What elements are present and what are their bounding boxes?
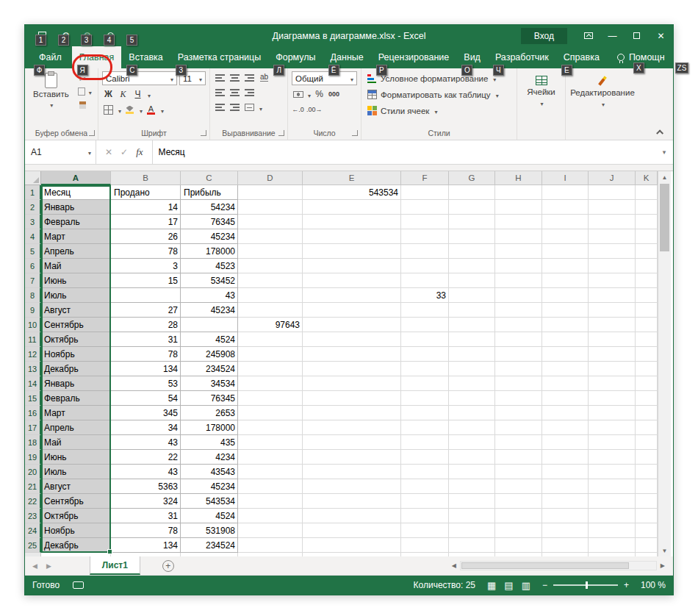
align-left-button[interactable] (214, 86, 226, 99)
cell-B17[interactable]: 34 (111, 420, 181, 435)
cell-E6[interactable] (303, 259, 401, 273)
cell-H20[interactable] (495, 465, 542, 479)
cell-D8[interactable] (238, 288, 303, 303)
tab-review[interactable]: Рецензирование P (371, 46, 457, 68)
column-header-H[interactable]: H (495, 171, 542, 185)
previous-sheet-icon[interactable]: ◀ (32, 562, 37, 570)
cell-G24[interactable] (449, 523, 495, 538)
close-button[interactable]: ✕ (649, 25, 673, 46)
decrease-decimal-button[interactable]: .00→ (306, 103, 323, 115)
cell-F20[interactable] (401, 465, 449, 479)
cell-J10[interactable] (589, 318, 636, 332)
vertical-scrollbar[interactable]: ▲ ▼ (658, 171, 671, 556)
cell-F2[interactable] (401, 200, 449, 215)
cell-G10[interactable] (449, 318, 495, 332)
cell-I15[interactable] (542, 391, 589, 406)
cell-J3[interactable] (589, 215, 636, 229)
row-header-17[interactable]: 17 (25, 420, 41, 435)
cell-A21[interactable]: Август (41, 479, 111, 494)
cell-C14[interactable]: 34534 (181, 376, 238, 391)
cell-G20[interactable] (449, 465, 495, 479)
cell-F8[interactable]: 33 (401, 288, 449, 303)
cell-E12[interactable] (303, 347, 401, 362)
column-header-B[interactable]: B (111, 171, 181, 185)
cell-D18[interactable] (238, 435, 303, 450)
cell-B14[interactable]: 53 (111, 376, 181, 391)
row-header-23[interactable]: 23 (25, 509, 41, 523)
cell-K1[interactable] (636, 185, 658, 200)
cell-E22[interactable] (303, 494, 401, 509)
align-bottom-button[interactable] (243, 71, 256, 84)
cell-D11[interactable] (238, 332, 303, 347)
decrease-indent-button[interactable] (214, 101, 226, 114)
cell-J21[interactable] (589, 479, 636, 494)
tab-formulas[interactable]: Формулы Л (268, 46, 323, 68)
cell-I8[interactable] (542, 288, 589, 303)
cell-A24[interactable]: Ноябрь (41, 523, 111, 538)
horizontal-scroll-track[interactable] (460, 561, 657, 570)
cell-G13[interactable] (449, 362, 495, 376)
row-header-2[interactable]: 2 (25, 200, 41, 215)
row-header-15[interactable]: 15 (25, 391, 41, 406)
cell-J9[interactable] (589, 303, 636, 318)
formula-input[interactable]: Месяц (153, 140, 655, 164)
customize-qat-button[interactable]: ▾ 5 (122, 25, 145, 46)
cell-F5[interactable] (401, 244, 449, 259)
cell-G16[interactable] (449, 406, 495, 420)
cell-I4[interactable] (542, 229, 589, 244)
cell-H12[interactable] (495, 347, 542, 362)
row-header-7[interactable]: 7 (25, 273, 41, 288)
cell-J4[interactable] (589, 229, 636, 244)
cell-E24[interactable] (303, 523, 401, 538)
cell-K15[interactable] (636, 391, 658, 406)
cell-F4[interactable] (401, 229, 449, 244)
tab-data[interactable]: Данные Ё (323, 46, 371, 68)
column-header-J[interactable]: J (589, 171, 636, 185)
cell-I24[interactable] (542, 523, 589, 538)
cell-I1[interactable] (542, 185, 589, 200)
cell-E17[interactable] (303, 420, 401, 435)
cell-E16[interactable] (303, 406, 401, 420)
cell-A15[interactable]: Февраль (41, 391, 111, 406)
cell-C19[interactable]: 4234 (181, 450, 238, 465)
cell-A8[interactable]: Июль (41, 288, 111, 303)
cell-H13[interactable] (495, 362, 542, 376)
cell-H22[interactable] (495, 494, 542, 509)
zoom-level[interactable]: 100 % (641, 580, 666, 590)
cell-H18[interactable] (495, 435, 542, 450)
row-header-25[interactable]: 25 (25, 538, 41, 553)
cell-I12[interactable] (542, 347, 589, 362)
alignment-dialog-launcher[interactable] (278, 130, 284, 136)
cell-I19[interactable] (542, 450, 589, 465)
cell-B13[interactable]: 134 (111, 362, 181, 376)
cell-C25[interactable]: 234524 (181, 538, 238, 553)
cell-A1[interactable]: Месяц (41, 185, 111, 200)
cell-B8[interactable] (111, 288, 181, 303)
cell-C12[interactable]: 245908 (181, 347, 238, 362)
tab-file[interactable]: Файл Ф (29, 46, 72, 68)
cell-G23[interactable] (449, 509, 495, 523)
cell-I21[interactable] (542, 479, 589, 494)
underline-button[interactable]: Ч (132, 88, 144, 101)
cell-G21[interactable] (449, 479, 495, 494)
merge-dropdown[interactable] (258, 101, 262, 114)
cell-F18[interactable] (401, 435, 449, 450)
sheet-tab-list1[interactable]: Лист1 (90, 556, 140, 575)
cell-A12[interactable]: Ноябрь (41, 347, 111, 362)
cell-E9[interactable] (303, 303, 401, 318)
cell-K24[interactable] (636, 523, 658, 538)
tab-insert[interactable]: Вставка C (121, 46, 170, 68)
font-color-button[interactable]: А (145, 104, 157, 116)
cell-D23[interactable] (238, 509, 303, 523)
cell-E20[interactable] (303, 465, 401, 479)
cell-D9[interactable] (238, 303, 303, 318)
redo-button[interactable]: ↷ 3 (76, 25, 99, 46)
format-as-table-button[interactable]: Форматировать как таблицу (365, 87, 513, 101)
scroll-right-icon[interactable]: ▶ (657, 562, 669, 569)
cell-I2[interactable] (542, 200, 589, 215)
cell-E2[interactable] (303, 200, 401, 215)
cell-J25[interactable] (589, 538, 636, 553)
cell-K20[interactable] (636, 465, 658, 479)
cell-K25[interactable] (636, 538, 658, 553)
expand-formula-bar-button[interactable]: ▾ (655, 140, 673, 164)
